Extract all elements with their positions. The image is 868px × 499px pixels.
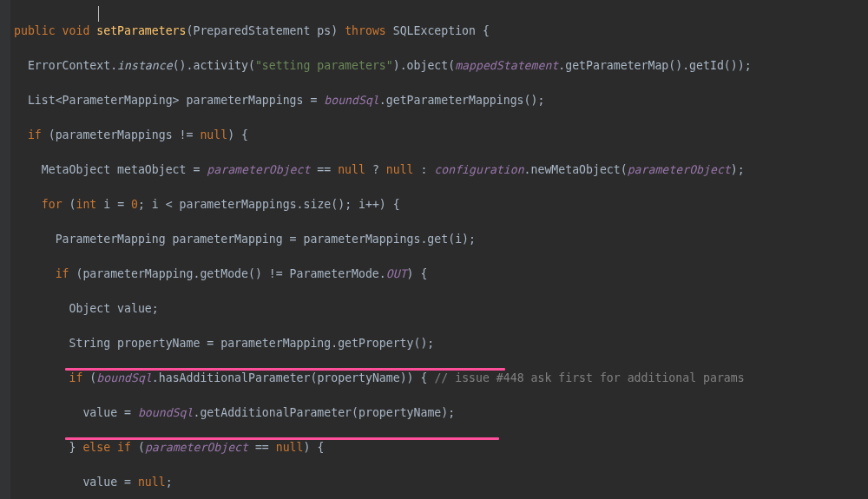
code-line[interactable]: if (parameterMappings != null) { bbox=[14, 127, 752, 144]
code-line[interactable]: ParameterMapping parameterMapping = para… bbox=[14, 231, 752, 248]
code-line[interactable]: String propertyName = parameterMapping.g… bbox=[14, 335, 752, 352]
code-line[interactable]: for (int i = 0; i < parameterMappings.si… bbox=[14, 196, 752, 213]
code-editor[interactable]: public void setParameters(PreparedStatem… bbox=[0, 0, 868, 499]
editor-gutter bbox=[0, 0, 10, 499]
code-line[interactable]: value = boundSql.getAdditionalParameter(… bbox=[14, 404, 752, 422]
code-line[interactable]: List<ParameterMapping> parameterMappings… bbox=[14, 92, 752, 109]
code-line[interactable]: if (parameterMapping.getMode() != Parame… bbox=[14, 266, 752, 283]
code-line[interactable]: MetaObject metaObject = parameterObject … bbox=[14, 161, 752, 179]
code-block[interactable]: public void setParameters(PreparedStatem… bbox=[14, 5, 752, 499]
annotation-underline bbox=[65, 437, 499, 440]
code-line[interactable]: if (boundSql.hasAdditionalParameter(prop… bbox=[14, 370, 752, 387]
code-line[interactable]: } else if (parameterObject == null) { bbox=[14, 439, 752, 456]
code-line[interactable]: public void setParameters(PreparedStatem… bbox=[14, 23, 752, 40]
annotation-underline bbox=[65, 368, 505, 371]
code-line[interactable]: Object value; bbox=[14, 300, 752, 318]
code-line[interactable]: value = null; bbox=[14, 474, 752, 491]
code-line[interactable]: ErrorContext.instance().activity("settin… bbox=[14, 57, 752, 75]
